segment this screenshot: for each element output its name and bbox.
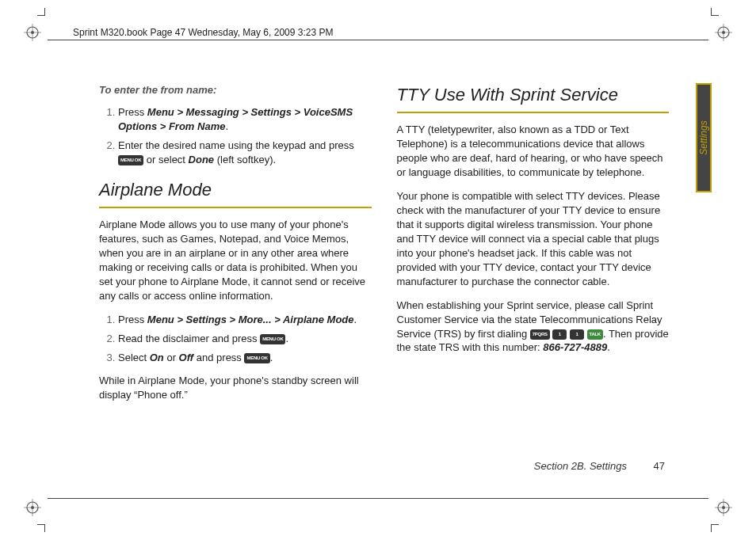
from-name-steps: Press Menu > Messaging > Settings > Voic… [118,105,372,167]
section-heading-tty: TTY Use With Sprint Service [397,83,670,107]
paragraph: When establishing your Sprint service, p… [397,299,670,356]
paragraph: Your phone is compatible with select TTY… [397,189,670,289]
crop-mark [711,8,712,16]
text: . [354,314,357,325]
crop-mark [711,524,712,532]
text: or [164,352,179,363]
option-off: Off [179,352,194,363]
text: . [225,120,228,132]
menu-ok-key-icon: MENU OK [260,334,285,344]
softkey-label: Done [189,154,215,165]
option-on: On [150,352,164,363]
column-left: To enter the from name: Press Menu > Mes… [99,83,372,469]
menu-path: Menu > Settings > More... > Airplane Mod… [147,314,354,325]
menu-ok-key-icon: MENU OK [118,155,143,165]
text: Select [118,352,150,363]
key-7-icon: 7PQRS [530,329,550,340]
side-tab-label: Settings [698,120,709,154]
text: or select [143,154,188,165]
crop-ornament-icon [715,499,732,516]
menu-ok-key-icon: MENU OK [244,353,269,363]
text: . [285,333,288,344]
text: Press [118,106,147,118]
running-head: Sprint M320.book Page 47 Wednesday, May … [73,27,333,38]
key-1-icon: 1 [570,329,584,340]
text: Enter the desired name using the keypad … [118,139,354,151]
text: . [607,341,610,353]
page-body: To enter the from name: Press Menu > Mes… [99,83,669,469]
list-item: Press Menu > Settings > More... > Airpla… [118,313,372,327]
crop-ornament-icon [24,499,41,516]
list-item: Read the disclaimer and press MENU OK. [118,332,372,346]
paragraph: Airplane Mode allows you to use many of … [99,218,372,303]
column-right: TTY Use With Sprint Service A TTY (telet… [397,83,670,469]
side-tab: Settings [696,83,712,192]
airplane-steps: Press Menu > Settings > More... > Airpla… [118,313,372,365]
page-footer: Section 2B. Settings 47 [534,460,665,472]
paragraph: While in Airplane Mode, your phone's sta… [99,374,372,402]
crop-mark [711,524,719,525]
paragraph: A TTY (teletypewriter, also known as a T… [397,123,670,180]
section-heading-airplane: Airplane Mode [99,178,372,202]
crop-mark [711,15,719,16]
menu-path: Menu > Messaging > Settings > VoiceSMS O… [118,106,353,132]
list-item: Enter the desired name using the keypad … [118,139,372,167]
key-1-icon: 1 [552,329,567,340]
text: . [270,352,273,363]
lead-in-text: To enter the from name: [99,83,372,97]
bottom-rule [48,498,708,499]
text: Press [118,314,147,325]
crop-ornament-icon [24,24,41,41]
heading-rule [99,207,372,208]
trs-number: 866-727-4889 [543,341,607,353]
footer-section: Section 2B. Settings [534,460,627,472]
text: (left softkey). [214,154,276,165]
list-item: Press Menu > Messaging > Settings > Voic… [118,105,372,134]
list-item: Select On or Off and press MENU OK. [118,351,372,365]
talk-key-icon: TALK [587,329,603,340]
crop-ornament-icon [715,24,732,41]
text: Read the disclaimer and press [118,333,260,344]
heading-rule [397,112,670,113]
footer-page-number: 47 [654,460,665,472]
text: and press [193,352,244,363]
top-rule [48,40,708,40]
crop-mark [44,524,45,532]
crop-mark [44,8,45,16]
